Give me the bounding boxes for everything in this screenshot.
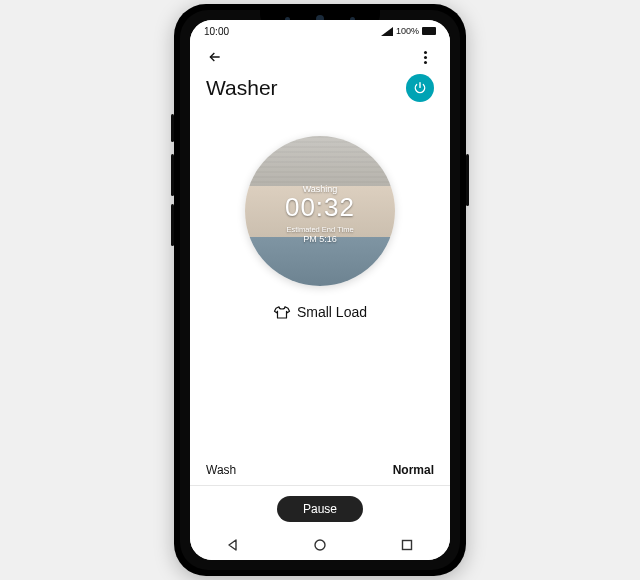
phone-side-button: [171, 154, 174, 196]
nav-recents-button[interactable]: [387, 533, 427, 557]
nav-home-button[interactable]: [300, 533, 340, 557]
status-bar: 10:00 100%: [190, 20, 450, 42]
more-vertical-icon: [424, 51, 427, 64]
phone-frame: 10:00 100%: [174, 4, 466, 576]
dial-overlay: Washing 00:32 Estimated End Time PM 5:16: [245, 136, 395, 286]
cycle-remaining: 00:32: [285, 194, 355, 221]
svg-point-0: [315, 540, 325, 550]
cycle-dial[interactable]: Washing 00:32 Estimated End Time PM 5:16: [245, 136, 395, 286]
main-content: Washing 00:32 Estimated End Time PM 5:16: [190, 106, 450, 530]
phone-side-button: [171, 204, 174, 246]
nav-back-button[interactable]: [213, 533, 253, 557]
app-bar: [190, 42, 450, 72]
signal-icon: [381, 27, 393, 36]
back-button[interactable]: [202, 44, 228, 70]
options-row: Wash Normal: [190, 463, 450, 486]
square-recents-icon: [400, 538, 414, 552]
page-title: Washer: [206, 76, 278, 100]
status-right: 100%: [381, 26, 436, 36]
option-wash[interactable]: Wash: [206, 463, 236, 477]
triangle-back-icon: [226, 538, 240, 552]
arrow-left-icon: [207, 49, 223, 65]
battery-text: 100%: [396, 26, 419, 36]
app-screen: 10:00 100%: [190, 20, 450, 560]
shirt-icon: [273, 304, 291, 320]
power-button[interactable]: [406, 74, 434, 102]
pause-button[interactable]: Pause: [277, 496, 363, 522]
phone-side-button: [466, 154, 469, 206]
action-row: Pause: [277, 486, 363, 530]
title-row: Washer: [190, 72, 450, 106]
system-nav-bar: [190, 530, 450, 560]
cycle-estimated-end-label: Estimated End Time: [286, 225, 353, 234]
load-size-row: Small Load: [273, 304, 367, 320]
power-icon: [413, 81, 427, 95]
option-mode[interactable]: Normal: [393, 463, 434, 477]
more-button[interactable]: [412, 44, 438, 70]
circle-home-icon: [313, 538, 327, 552]
cycle-estimated-end-value: PM 5:16: [303, 234, 337, 244]
svg-rect-1: [402, 541, 411, 550]
battery-icon: [422, 27, 436, 35]
status-time: 10:00: [204, 26, 229, 37]
load-size-label: Small Load: [297, 304, 367, 320]
phone-side-button: [171, 114, 174, 142]
